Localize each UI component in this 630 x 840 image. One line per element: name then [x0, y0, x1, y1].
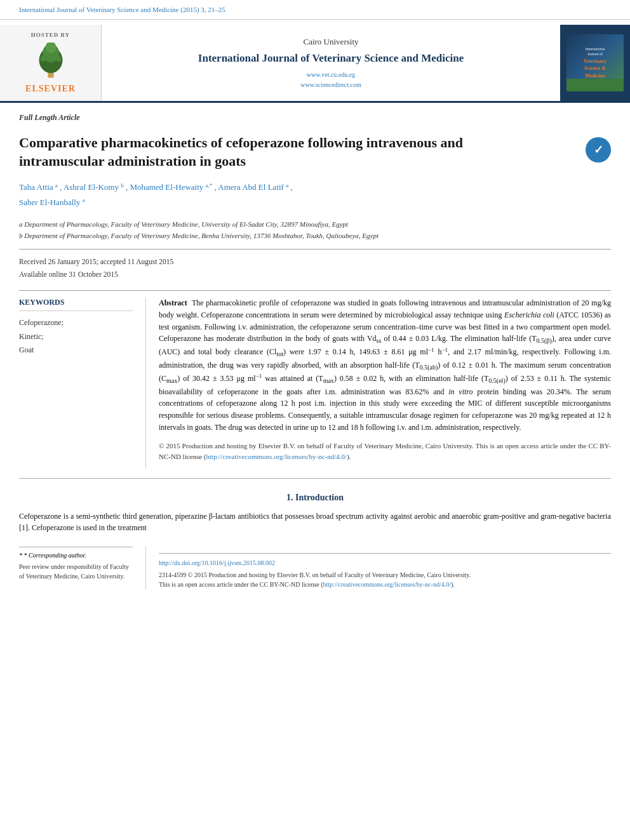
title-row: Comparative pharmacokinetics of cefopera… — [19, 134, 611, 180]
crossmark-icon[interactable]: ✓ — [586, 137, 611, 163]
journal-title-section: Cairo University International Journal o… — [102, 25, 560, 101]
university-name: Cairo University — [303, 36, 358, 48]
keyword-1: Cefoperazone; — [19, 316, 133, 330]
badge-decoration — [566, 79, 624, 91]
badge-subtitle: VeterinaryScience &Medicine — [584, 58, 607, 79]
footer-bar: http://dx.doi.org/10.1016/j.ijvsm.2015.0… — [159, 553, 611, 589]
journal-badge-section: InternationalJournal of VeterinaryScienc… — [560, 25, 630, 101]
footer-oa-link[interactable]: http://creativecommons.org/licenses/by-n… — [323, 581, 451, 588]
main-content: KEYWORDS Cefoperazone; Kinetic; Goat Abs… — [19, 297, 611, 469]
elsevier-tree-icon — [29, 43, 73, 81]
footnotes-column: * * Corresponding author. Peer review un… — [19, 547, 146, 589]
svg-point-5 — [55, 56, 61, 62]
journal-header: HOSTED BY ELSEVIER Cairo University Inte… — [0, 20, 630, 103]
affiliation-b: b Department of Pharmacology, Faculty of… — [19, 230, 611, 242]
abstract-label: Abstract — [159, 298, 187, 307]
divider-2 — [19, 290, 611, 291]
content-area: Full Length Article Comparative pharmaco… — [0, 103, 630, 599]
footer-issn-copy: 2314-4599 © 2015 Production and hosting … — [159, 571, 471, 578]
introduction-text: Cefoperazone is a semi-synthetic third g… — [19, 510, 611, 534]
copyright-link[interactable]: http://creativecommons.org/licenses/by-n… — [206, 453, 347, 460]
journal-url-1: www.vet.cu.edu.eg — [300, 70, 361, 80]
journal-reference: International Journal of Veterinary Scie… — [19, 6, 225, 13]
keywords-label: KEYWORDS — [19, 297, 133, 311]
article-title: Comparative pharmacokinetics of cefopera… — [19, 134, 464, 170]
section-number: 1. — [286, 493, 295, 502]
footnote-divider — [19, 547, 133, 547]
journal-urls: www.vet.cu.edu.eg www.sciencedirect.com — [300, 70, 361, 90]
keyword-3: Goat — [19, 343, 133, 357]
affiliations: a Department of Pharmacology, Faculty of… — [19, 219, 611, 241]
divider-1 — [19, 249, 611, 250]
abstract-copyright: © 2015 Production and hosting by Elsevie… — [159, 441, 611, 462]
available-date: Available online 31 October 2015 — [19, 269, 611, 281]
elsevier-logo: ELSEVIER — [25, 43, 76, 95]
keyword-2: Kinetic; — [19, 330, 133, 344]
corresponding-author-note: * * Corresponding author. — [19, 551, 133, 560]
peer-review-note: Peer review under responsibility of Facu… — [19, 562, 133, 581]
journal-badge: InternationalJournal of VeterinaryScienc… — [566, 34, 624, 91]
section-label: Introduction — [295, 493, 344, 502]
authors-list: Taha Attia a , Ashraf El-Komy b , Mohame… — [19, 180, 611, 210]
elsevier-logo-section: HOSTED BY ELSEVIER — [0, 25, 102, 101]
elsevier-wordmark: ELSEVIER — [25, 83, 76, 95]
abstract-section: Abstract The pharmacokinetic profile of … — [146, 297, 611, 469]
journal-full-title: International Journal of Veterinary Scie… — [198, 51, 464, 66]
abstract-text: Abstract The pharmacokinetic profile of … — [159, 297, 611, 433]
star-symbol: * — [19, 552, 24, 559]
footer-column: http://dx.doi.org/10.1016/j.ijvsm.2015.0… — [146, 547, 611, 589]
footer-copyright: 2314-4599 © 2015 Production and hosting … — [159, 570, 611, 589]
received-date: Received 26 January 2015; accepted 11 Au… — [19, 256, 611, 269]
top-bar: International Journal of Veterinary Scie… — [0, 0, 630, 20]
badge-title: InternationalJournal of — [586, 47, 605, 57]
article-type: Full Length Article — [19, 112, 611, 126]
keywords-list: Cefoperazone; Kinetic; Goat — [19, 316, 133, 357]
journal-url-2: www.sciencedirect.com — [300, 80, 361, 90]
introduction-section: 1. Introduction Cefoperazone is a semi-s… — [19, 488, 611, 534]
footer-open-access: This is an open access article under the… — [159, 581, 455, 588]
section-divider — [19, 478, 611, 479]
svg-point-4 — [40, 56, 46, 62]
hosted-by-label: HOSTED BY — [31, 31, 70, 39]
bottom-section: * * Corresponding author. Peer review un… — [19, 547, 611, 589]
section-title: 1. Introduction — [19, 491, 611, 504]
doi-link[interactable]: http://dx.doi.org/10.1016/j.ijvsm.2015.0… — [159, 559, 611, 568]
sidebar: KEYWORDS Cefoperazone; Kinetic; Goat — [19, 297, 146, 469]
article-dates: Received 26 January 2015; accepted 11 Au… — [19, 256, 611, 281]
affiliation-a: a Department of Pharmacology, Faculty of… — [19, 219, 611, 230]
